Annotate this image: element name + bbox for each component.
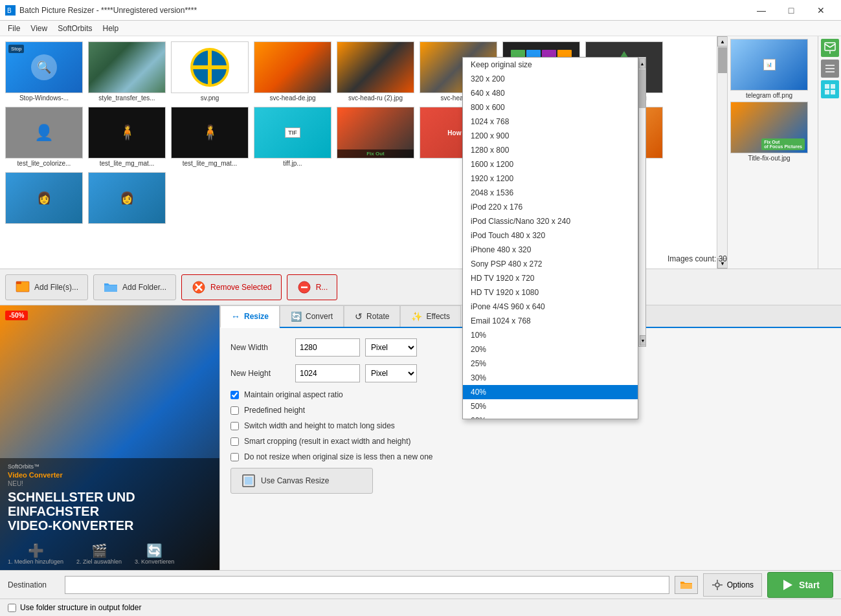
dropdown-item[interactable]: 640 x 480 — [463, 86, 638, 100]
list-item[interactable]: 🧍 test_lite_mg_mat... — [88, 107, 166, 167]
add-icon[interactable] — [821, 39, 839, 57]
switch-wh-checkbox[interactable] — [230, 422, 239, 430]
menu-view[interactable]: View — [25, 23, 52, 34]
remove-selected-label: Remove Selected — [210, 283, 272, 292]
dropdown-item[interactable]: iPod Classic/Nano 320 x 240 — [463, 214, 638, 228]
list-item[interactable]: 👩 — [5, 172, 83, 225]
tab-rotate[interactable]: ↺ Rotate — [344, 305, 400, 327]
width-unit-select[interactable]: Pixel Percent Cm Inch — [365, 338, 417, 357]
new-width-input[interactable] — [295, 338, 360, 357]
dropdown-item[interactable]: 1024 x 768 — [463, 115, 638, 129]
menu-file[interactable]: File — [3, 23, 25, 34]
rotate-icon: ↺ — [355, 311, 363, 322]
convert-icon: 🔄 — [291, 311, 302, 322]
dropdown-item[interactable]: 1280 x 800 — [463, 143, 638, 157]
thumbnail-scrollbar[interactable]: ▲ ▼ — [717, 36, 727, 269]
dropdown-item[interactable]: 320 x 200 — [463, 72, 638, 86]
dropdown-item[interactable]: iPone 4/4S 960 x 640 — [463, 300, 638, 314]
thumb-label: telegram off.png — [746, 92, 792, 99]
list-item[interactable]: sv.png — [171, 41, 249, 102]
options-button[interactable]: Options — [703, 573, 762, 597]
size-dropdown[interactable]: Keep original size 320 x 200 640 x 480 8… — [462, 57, 638, 419]
dropdown-item[interactable]: iPod 220 x 176 — [463, 200, 638, 214]
list-item[interactable]: 📊 telegram off.png — [730, 39, 808, 99]
dropdown-item[interactable]: 50% — [463, 399, 638, 413]
dropdown-item[interactable]: 1200 x 900 — [463, 129, 638, 143]
start-button[interactable]: Start — [767, 572, 833, 598]
add-folder-button[interactable]: Add Folder... — [93, 274, 176, 300]
dropdown-item[interactable]: Sony PSP 480 x 272 — [463, 257, 638, 271]
thumb-preview: 🧍 — [171, 107, 249, 159]
list-item[interactable]: style_transfer_tes... — [88, 41, 166, 102]
maximize-button[interactable]: □ — [776, 0, 806, 21]
thumb-label: svc-head-de.jpg — [269, 94, 315, 102]
add-files-button[interactable]: Add File(s)... — [5, 274, 88, 300]
dropdown-item[interactable]: 2048 x 1536 — [463, 186, 638, 200]
no-resize-label: Do not resize when original size is less… — [244, 452, 433, 461]
add-folder-label: Add Folder... — [122, 283, 166, 292]
list-item[interactable]: Fix Outof Focus Pictures Title-fix-out.j… — [730, 102, 808, 162]
list-item[interactable]: svc-head-de.jpg — [254, 41, 331, 102]
canvas-resize-icon — [241, 474, 256, 488]
height-unit-select[interactable]: Pixel Percent Cm Inch — [365, 364, 417, 382]
tab-resize[interactable]: ↔ Resize — [220, 305, 280, 328]
list-item[interactable]: Fix Out — [337, 107, 414, 167]
thumb-preview — [171, 41, 249, 93]
predefined-height-checkbox[interactable] — [230, 406, 239, 415]
list-item[interactable]: 👩 — [88, 172, 166, 225]
list-item[interactable]: Stop 🔍 Stop-Windows-... — [5, 41, 83, 102]
dropdown-item[interactable]: Email 1024 x 768 — [463, 314, 638, 328]
dropdown-item[interactable]: Keep original size — [463, 58, 638, 72]
dropdown-item[interactable]: 1600 x 1200 — [463, 157, 638, 171]
list-icon[interactable] — [821, 60, 839, 78]
dropdown-item[interactable]: iPhone 480 x 320 — [463, 243, 638, 257]
menu-help[interactable]: Help — [98, 23, 124, 34]
remove-all-label: R... — [316, 283, 328, 292]
dropdown-item[interactable]: 1920 x 1200 — [463, 171, 638, 186]
list-item[interactable]: svc-head-ru (2).jpg — [337, 41, 414, 102]
remove-all-button[interactable]: R... — [287, 274, 338, 300]
close-button[interactable]: ✕ — [806, 0, 836, 21]
tab-effects[interactable]: ✨ Effects — [400, 305, 460, 327]
new-height-input[interactable] — [295, 364, 360, 382]
thumbnail-area: Stop 🔍 Stop-Windows-... style_transfer_t… — [0, 36, 841, 269]
start-label: Start — [799, 580, 820, 590]
dropdown-item[interactable]: 60% — [463, 413, 638, 419]
list-item[interactable]: TIF tiff.jp... — [254, 107, 331, 167]
smart-crop-checkbox[interactable] — [230, 437, 239, 446]
thumb-label: sv.png — [201, 94, 219, 102]
dropdown-item[interactable]: 10% — [463, 328, 638, 342]
dropdown-item[interactable]: 20% — [463, 342, 638, 357]
new-height-label: New Height — [230, 369, 295, 378]
destination-browse-button[interactable] — [675, 576, 698, 594]
menu-bar: File View SoftOrbits Help — [0, 21, 841, 36]
destination-input[interactable] — [65, 576, 669, 594]
dropdown-item-selected[interactable]: 40% — [463, 385, 638, 399]
no-resize-checkbox[interactable] — [230, 453, 239, 461]
menu-softorbits[interactable]: SoftOrbits — [52, 23, 97, 34]
thumb-preview: TIF — [254, 107, 331, 159]
canvas-resize-button[interactable]: Use Canvas Resize — [230, 468, 373, 494]
svg-rect-12 — [825, 84, 829, 89]
dropdown-scrollbar[interactable]: ▲ ▼ — [638, 57, 646, 347]
dropdown-item[interactable]: 30% — [463, 371, 638, 385]
scroll-up-button[interactable]: ▲ — [717, 36, 728, 47]
dropdown-item[interactable]: 25% — [463, 357, 638, 371]
grid-icon[interactable] — [821, 80, 839, 98]
svg-rect-13 — [831, 84, 835, 89]
maintain-ratio-label: Maintain original aspect ratio — [244, 390, 343, 399]
folder-structure-checkbox[interactable] — [8, 604, 16, 612]
list-item[interactable]: 🧍 test_lite_mg_mat... — [171, 107, 249, 167]
remove-selected-button[interactable]: Remove Selected — [181, 274, 282, 300]
maintain-ratio-checkbox[interactable] — [230, 391, 239, 399]
dropdown-item[interactable]: iPod Touch 480 x 320 — [463, 228, 638, 243]
svg-rect-25 — [245, 477, 252, 485]
dropdown-item[interactable]: HD TV 1920 x 720 — [463, 271, 638, 285]
list-item[interactable]: 👤 test_lite_colorize... — [5, 107, 83, 167]
thumb-preview — [88, 41, 166, 93]
dropdown-item[interactable]: HD TV 1920 x 1080 — [463, 285, 638, 300]
minimize-button[interactable]: — — [746, 0, 776, 21]
dropdown-item[interactable]: 800 x 600 — [463, 100, 638, 115]
tab-resize-label: Resize — [244, 312, 269, 321]
tab-convert[interactable]: 🔄 Convert — [280, 305, 344, 327]
